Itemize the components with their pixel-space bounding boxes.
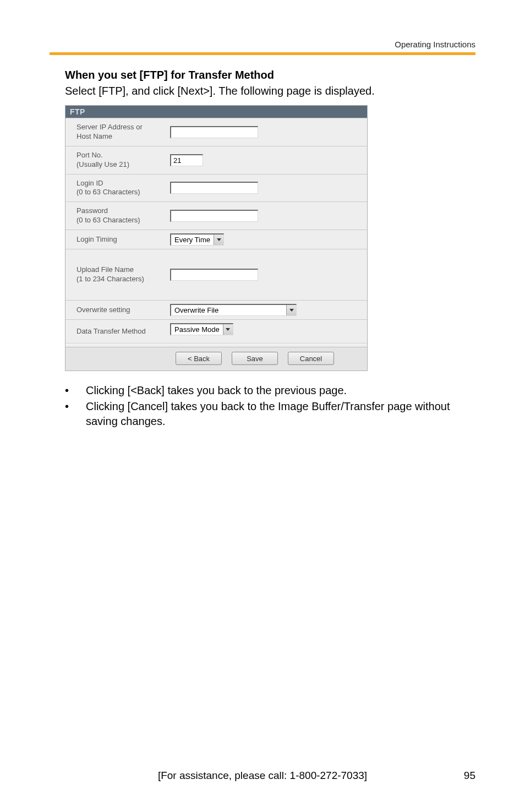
cancel-button[interactable]: Cancel: [288, 352, 334, 365]
save-button[interactable]: Save: [232, 352, 278, 365]
row-port: Port No. (Usually Use 21): [65, 146, 367, 174]
row-transfer: Data Transfer Method Passive Mode: [65, 319, 367, 344]
list-item: •Clicking [Cancel] takes you back to the…: [65, 399, 475, 429]
ftp-panel-title: FTP: [65, 106, 367, 118]
ftp-panel: FTP Server IP Address or Host Name Port …: [65, 105, 368, 371]
header-rule: [50, 52, 475, 55]
doc-title: Operating Instructions: [395, 40, 475, 49]
footer-assist: [For assistance, please call: 1-800-272-…: [0, 770, 525, 782]
label-server: Server IP Address or Host Name: [65, 118, 165, 146]
label-login: Login ID (0 to 63 Characters): [65, 175, 165, 202]
label-timing: Login Timing: [65, 230, 165, 249]
label-password: Password (0 to 63 Characters): [65, 202, 165, 230]
input-password[interactable]: [170, 210, 258, 222]
bullet-list: •Clicking [<Back] takes you back to the …: [65, 383, 475, 429]
label-overwrite: Overwrite setting: [65, 301, 165, 319]
select-overwrite[interactable]: Overwrite File: [170, 304, 297, 316]
input-server[interactable]: [170, 126, 258, 138]
bullet-text: Clicking [Cancel] takes you back to the …: [86, 399, 475, 429]
section-heading: When you set [FTP] for Transfer Method: [65, 69, 475, 81]
section-subtext: Select [FTP], and click [Next>]. The fol…: [65, 85, 475, 97]
label-upload: Upload File Name (1 to 234 Characters): [65, 249, 165, 300]
select-timing-value: Every Time: [171, 236, 214, 244]
row-timing: Login Timing Every Time: [65, 230, 367, 249]
list-item: •Clicking [<Back] takes you back to the …: [65, 383, 475, 398]
input-login[interactable]: [170, 182, 258, 194]
row-password: Password (0 to 63 Characters): [65, 201, 367, 230]
row-overwrite: Overwrite setting Overwrite File: [65, 300, 367, 319]
button-row: < Back Save Cancel: [65, 347, 367, 370]
chevron-down-icon: [286, 305, 296, 315]
back-button[interactable]: < Back: [176, 352, 222, 365]
row-login: Login ID (0 to 63 Characters): [65, 174, 367, 202]
input-upload[interactable]: [170, 269, 258, 281]
row-server: Server IP Address or Host Name: [65, 118, 367, 146]
row-upload: Upload File Name (1 to 234 Characters): [65, 249, 367, 300]
input-port[interactable]: [170, 154, 203, 166]
label-transfer: Data Transfer Method: [65, 320, 165, 343]
select-transfer[interactable]: Passive Mode: [170, 323, 233, 335]
select-transfer-value: Passive Mode: [171, 325, 223, 334]
page-number: 95: [464, 770, 475, 782]
bullet-text: Clicking [<Back] takes you back to the p…: [86, 383, 347, 398]
label-port: Port No. (Usually Use 21): [65, 146, 165, 174]
chevron-down-icon: [214, 235, 223, 245]
chevron-down-icon: [223, 324, 233, 335]
select-overwrite-value: Overwrite File: [171, 306, 286, 314]
select-timing[interactable]: Every Time: [170, 233, 224, 246]
